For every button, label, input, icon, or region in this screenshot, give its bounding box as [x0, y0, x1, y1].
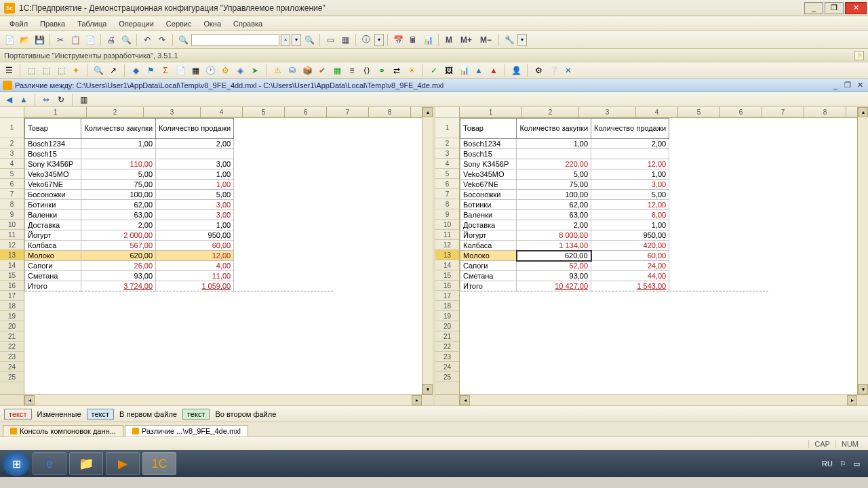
m-button[interactable]: M — [442, 33, 456, 47]
table-cell[interactable]: 2,00 — [156, 139, 234, 149]
tool-icon-2[interactable]: ▦ — [338, 33, 352, 47]
table-cell[interactable]: 10 427,00 — [517, 281, 591, 291]
new-icon[interactable]: 📄 — [3, 33, 16, 47]
horizontal-scrollbar[interactable]: ◂▸ — [435, 394, 868, 405]
taskbar-ie[interactable]: e — [33, 452, 66, 475]
col-header[interactable]: 8 — [804, 107, 846, 117]
redo-icon[interactable]: ↷ — [155, 33, 169, 47]
row-number[interactable]: 9 — [435, 209, 459, 220]
row-number[interactable]: 24 — [0, 362, 24, 372]
print-icon[interactable]: 🖨 — [104, 33, 118, 47]
table-cell[interactable]: Итого — [460, 281, 517, 291]
col-header[interactable]: 2 — [522, 107, 579, 117]
row-number[interactable]: 16 — [435, 281, 459, 291]
table-cell[interactable]: Ботинки — [25, 200, 81, 210]
table-cell[interactable]: Валенки — [25, 210, 81, 220]
table-cell[interactable]: 2,00 — [517, 220, 591, 230]
table-cell[interactable]: Сапоги — [25, 261, 81, 271]
nav-refresh-icon[interactable]: ↻ — [55, 94, 67, 106]
tab-console[interactable]: Консоль компоновок данн... — [3, 425, 123, 436]
search-input[interactable] — [191, 34, 279, 46]
row-number[interactable]: 3 — [435, 148, 459, 159]
row-number[interactable]: 22 — [0, 342, 24, 352]
undo-icon[interactable]: ↶ — [140, 33, 154, 47]
row-number[interactable]: 1 — [435, 118, 459, 138]
table-cell[interactable]: 1,00 — [517, 139, 591, 149]
table-cell[interactable]: 1 059,00 — [156, 281, 234, 291]
col-header[interactable]: 8 — [369, 107, 411, 117]
row-number[interactable]: 6 — [435, 179, 459, 189]
table-cell[interactable]: Йогурт — [25, 230, 81, 241]
arrows-icon[interactable]: ⇄ — [391, 64, 403, 77]
nav-leftright-icon[interactable]: ⇔ — [40, 94, 52, 106]
row-number[interactable]: 6 — [0, 179, 24, 189]
table-cell[interactable]: 1,00 — [81, 139, 156, 149]
row-number[interactable]: 12 — [0, 240, 24, 250]
tab-diff[interactable]: Различие ...\v8_9FE_4de.mxl — [125, 425, 248, 436]
find-next-icon[interactable]: 🔍 — [302, 33, 316, 47]
table-cell[interactable]: 3,00 — [156, 210, 234, 220]
menu-file[interactable]: Файл — [4, 18, 33, 29]
table-cell[interactable]: 1,00 — [156, 180, 234, 190]
table-cell[interactable]: Sony K3456P — [25, 159, 81, 169]
table-cell[interactable] — [81, 149, 156, 159]
close2-icon[interactable]: ✕ — [562, 64, 574, 77]
row-number[interactable]: 20 — [0, 321, 24, 331]
search2-icon[interactable]: 🔍 — [92, 64, 104, 77]
table-cell[interactable]: 24,00 — [591, 261, 669, 271]
table-cell[interactable]: 60,00 — [156, 241, 234, 251]
row-number[interactable]: 3 — [0, 148, 24, 159]
table-cell[interactable]: 4,00 — [156, 261, 234, 271]
row-number[interactable]: 12 — [435, 240, 459, 250]
table-cell[interactable]: Колбаса — [25, 241, 81, 251]
table-cell[interactable]: 75,00 — [517, 180, 591, 190]
row-number[interactable]: 23 — [435, 352, 459, 362]
table-cell[interactable]: 1,00 — [156, 220, 234, 230]
sun-icon[interactable]: ☀ — [406, 64, 418, 77]
table-cell[interactable]: 5,00 — [517, 169, 591, 180]
maximize-button[interactable]: ❐ — [825, 2, 844, 14]
diamond-blue-icon[interactable]: ◆ — [130, 64, 142, 77]
row-number[interactable]: 18 — [0, 301, 24, 311]
table-cell[interactable] — [156, 149, 234, 159]
col-header[interactable]: 3 — [579, 107, 636, 117]
vertical-scrollbar[interactable]: ▴▾ — [422, 107, 433, 394]
pic-icon[interactable]: 🖼 — [443, 64, 455, 77]
table-icon[interactable]: ▦ — [189, 64, 201, 77]
doc-close-button[interactable]: ✕ — [854, 81, 865, 90]
table-cell[interactable]: 2,00 — [81, 220, 156, 230]
tray-flag-icon[interactable]: ⚐ — [840, 460, 846, 468]
horizontal-scrollbar[interactable]: ◂▸ — [0, 394, 433, 405]
sigma-icon[interactable]: Σ — [159, 64, 172, 77]
row-number[interactable]: 24 — [435, 362, 459, 372]
row-number[interactable]: 8 — [435, 199, 459, 209]
row-number[interactable]: 21 — [0, 331, 24, 342]
table-cell[interactable]: Veko345MO — [460, 169, 517, 180]
col-header[interactable]: 7 — [327, 107, 369, 117]
arrow-icon[interactable]: ➤ — [249, 64, 261, 77]
table-cell[interactable]: 3,00 — [591, 180, 669, 190]
cut-icon[interactable]: ✂ — [54, 33, 67, 47]
table-cell[interactable]: 110,00 — [81, 159, 156, 169]
tri-icon[interactable]: ▲ — [473, 64, 485, 77]
table-cell[interactable]: 100,00 — [81, 190, 156, 200]
table-cell[interactable]: 63,00 — [517, 210, 591, 220]
row-number[interactable]: 10 — [435, 220, 459, 230]
table-cell[interactable]: Валенки — [460, 210, 517, 220]
chart-icon[interactable]: 📊 — [421, 33, 435, 47]
row-number[interactable]: 25 — [435, 372, 459, 382]
table-cell[interactable]: 1,00 — [591, 220, 669, 230]
table-cell[interactable]: 3,00 — [156, 200, 234, 210]
db-icon-3[interactable]: ⬚ — [55, 64, 67, 77]
row-number[interactable]: 21 — [435, 331, 459, 342]
table-cell[interactable]: 8 000,00 — [517, 230, 591, 241]
row-number[interactable]: 7 — [435, 189, 459, 199]
help-icon[interactable]: ❔ — [547, 64, 559, 77]
table-cell[interactable]: 2,00 — [591, 139, 669, 149]
table-cell[interactable]: Йогурт — [460, 230, 517, 241]
nav-ruler-icon[interactable]: ▥ — [77, 94, 90, 106]
col-header[interactable]: 4 — [201, 107, 243, 117]
row-number[interactable]: 2 — [0, 138, 24, 148]
row-number[interactable]: 17 — [0, 291, 24, 301]
export-icon[interactable]: ↗ — [107, 64, 119, 77]
